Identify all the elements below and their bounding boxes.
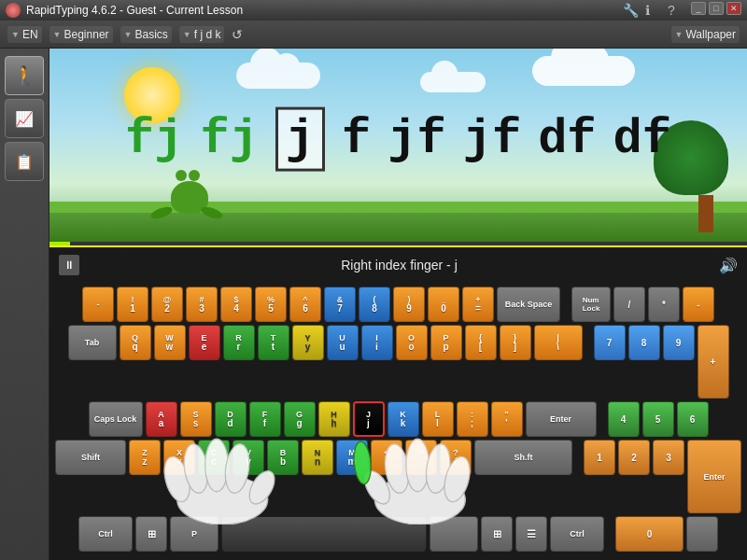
key-k[interactable]: Kk: [388, 401, 419, 437]
cloud-1: [236, 63, 320, 89]
key-row-1: - !1 @2 #3 $4 %5 ^6 &7 (8 )9 _0 += Back …: [55, 287, 741, 322]
key-6[interactable]: ^6: [289, 287, 321, 322]
info-icon[interactable]: ℹ: [643, 2, 660, 19]
maximize-button[interactable]: □: [709, 2, 724, 15]
sidebar-btn-copy[interactable]: 📋: [5, 142, 44, 181]
key-7[interactable]: &7: [324, 287, 356, 322]
key-m[interactable]: Mm: [336, 440, 368, 475]
key-i[interactable]: Ii: [361, 325, 393, 360]
key-win-l[interactable]: ⊞: [135, 516, 167, 552]
key-y[interactable]: Yy: [292, 325, 324, 360]
help-icon[interactable]: ?: [666, 2, 683, 19]
key-numlock[interactable]: NumLock: [571, 287, 611, 322]
key-enter[interactable]: Enter: [526, 401, 597, 437]
key-semicolon[interactable]: :;: [457, 401, 488, 437]
key-comma[interactable]: <,: [371, 440, 402, 475]
lesson-set-dropdown[interactable]: ▼ Basics: [120, 26, 172, 43]
key-num-star[interactable]: *: [648, 287, 680, 322]
key-z[interactable]: Zz: [129, 440, 161, 475]
key-num-6[interactable]: 6: [677, 401, 709, 437]
key-q[interactable]: Qq: [120, 325, 151, 360]
key-l[interactable]: Ll: [422, 401, 454, 437]
key-e[interactable]: Ee: [189, 325, 220, 360]
key-1[interactable]: !1: [117, 287, 148, 322]
key-4[interactable]: $4: [220, 287, 252, 322]
key-tab[interactable]: Tab: [68, 325, 117, 360]
key-num-slash[interactable]: /: [613, 287, 645, 322]
key-0[interactable]: _0: [428, 287, 459, 322]
key-slash[interactable]: ?/: [440, 440, 472, 475]
sidebar-btn-walk[interactable]: 🚶: [5, 56, 44, 95]
volume-icon[interactable]: 🔊: [719, 257, 738, 274]
key-shift-r[interactable]: Sh.ft: [474, 440, 572, 475]
key-ctrl-r[interactable]: Ctrl: [550, 516, 604, 552]
keys-dropdown[interactable]: ▼ f j d k: [179, 26, 225, 43]
key-t[interactable]: Tt: [258, 325, 289, 360]
pause-button[interactable]: ⏸: [59, 255, 79, 275]
key-rbracket[interactable]: }]: [500, 325, 531, 360]
key-b[interactable]: Bb: [267, 440, 299, 475]
key-backspace[interactable]: Back Space: [497, 287, 560, 322]
key-equal[interactable]: +=: [462, 287, 494, 322]
close-button[interactable]: ✕: [726, 2, 741, 15]
key-9[interactable]: )9: [393, 287, 425, 322]
key-ctrl-l[interactable]: Ctrl: [78, 516, 133, 552]
key-o[interactable]: Oo: [396, 325, 428, 360]
key-u[interactable]: Uu: [327, 325, 359, 360]
key-5[interactable]: %5: [255, 287, 287, 322]
refresh-button[interactable]: ↺: [232, 27, 243, 42]
key-8[interactable]: (8: [359, 287, 390, 322]
key-space[interactable]: [221, 516, 427, 552]
key-alt-l[interactable]: P: [170, 516, 218, 552]
key-num-0[interactable]: 0: [615, 516, 684, 552]
wrench-icon[interactable]: 🔧: [621, 2, 638, 19]
cloud-2: [532, 56, 635, 86]
key-p[interactable]: Pp: [430, 325, 462, 360]
key-lbracket[interactable]: {[: [465, 325, 497, 360]
key-s[interactable]: Ss: [180, 401, 212, 437]
key-win-r[interactable]: ⊞: [481, 516, 513, 552]
key-a[interactable]: Aa: [146, 401, 177, 437]
key-x[interactable]: Xx: [163, 440, 195, 475]
key-d[interactable]: Dd: [215, 401, 247, 437]
key-period[interactable]: >.: [405, 440, 437, 475]
key-minus-num[interactable]: -: [82, 287, 114, 322]
key-g[interactable]: Gg: [284, 401, 316, 437]
key-num-5[interactable]: 5: [642, 401, 674, 437]
key-backslash[interactable]: |\: [534, 325, 583, 360]
key-alt-r[interactable]: [430, 516, 478, 552]
key-num-enter[interactable]: Enter: [687, 440, 741, 513]
key-quote[interactable]: "': [491, 401, 523, 437]
key-num-9[interactable]: 9: [663, 325, 695, 360]
key-num-8[interactable]: 8: [628, 325, 660, 360]
typing-char-8: df: [613, 111, 671, 166]
key-num-4[interactable]: 4: [608, 401, 640, 437]
scene: fj fj j f jf jf df df: [49, 49, 747, 242]
key-num-minus[interactable]: -: [683, 287, 714, 322]
language-dropdown[interactable]: ▼ EN: [7, 26, 42, 43]
key-num-del[interactable]: [686, 516, 718, 552]
key-menu[interactable]: ☰: [515, 516, 547, 552]
key-shift-l[interactable]: Shift: [55, 440, 126, 475]
sidebar-btn-chart[interactable]: 📈: [5, 99, 44, 138]
key-h[interactable]: Hh: [318, 401, 350, 437]
key-num-2[interactable]: 2: [618, 440, 650, 475]
key-v[interactable]: Vv: [233, 440, 264, 475]
key-f[interactable]: Ff: [249, 401, 281, 437]
key-num-7[interactable]: 7: [594, 325, 626, 360]
key-n[interactable]: Nn: [302, 440, 333, 475]
key-num-plus[interactable]: +: [698, 325, 729, 399]
key-2[interactable]: @2: [151, 287, 183, 322]
key-c[interactable]: Cc: [198, 440, 230, 475]
key-j[interactable]: Jj: [353, 401, 385, 437]
wallpaper-dropdown[interactable]: ▼ Wallpaper: [671, 26, 740, 43]
key-r[interactable]: Rr: [223, 325, 255, 360]
minimize-button[interactable]: _: [691, 2, 706, 15]
key-num-1[interactable]: 1: [584, 440, 615, 475]
key-capslock[interactable]: Caps Lock: [89, 401, 143, 437]
key-num-3[interactable]: 3: [653, 440, 684, 475]
level-dropdown[interactable]: ▼ Beginner: [49, 26, 113, 43]
key-w[interactable]: Ww: [154, 325, 186, 360]
key-3[interactable]: #3: [186, 287, 218, 322]
typing-display: fj fj j f jf jf df df: [49, 106, 747, 171]
